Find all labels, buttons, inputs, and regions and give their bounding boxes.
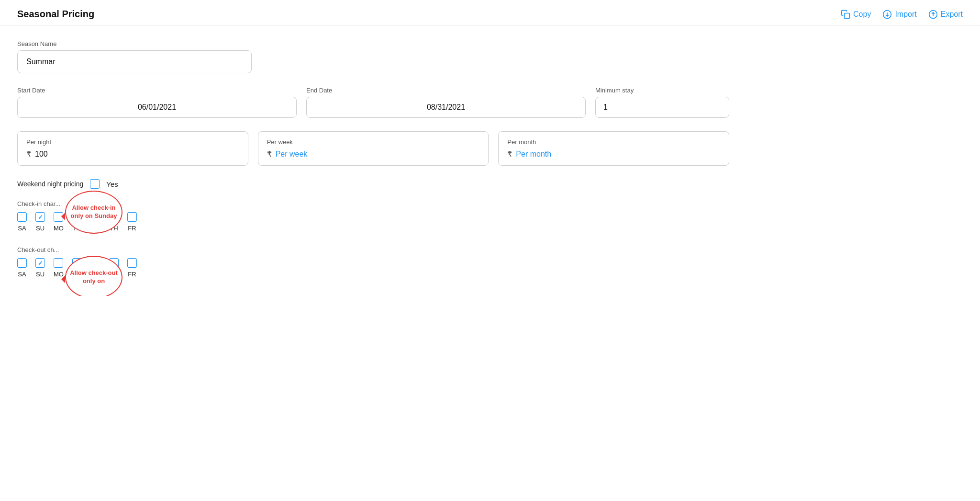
checkout-day-sa: SA [17,258,27,278]
import-button[interactable]: Import [882,10,916,19]
copy-icon [841,10,850,19]
checkout-section: Check-out ch... SA SU MO TU [17,246,729,278]
per-night-label: Per night [26,138,239,146]
checkin-day-su: SU [35,212,45,232]
checkin-label: Check-in char... [17,200,729,207]
checkin-mo-label: MO [54,225,64,232]
main-form: Season Name Start Date End Date Minimum … [0,26,746,296]
checkout-day-su: SU [35,258,45,278]
page-title: Seasonal Pricing [17,9,94,20]
checkin-day-we: WE [90,212,100,232]
checkin-sa-label: SA [18,225,26,232]
checkout-days-row: SA SU MO TU WE [17,258,729,278]
dates-row: Start Date End Date Minimum stay [17,87,729,118]
checkin-day-mo: MO [54,212,64,232]
checkin-su-checkbox[interactable] [35,212,45,222]
checkout-we-checkbox[interactable] [90,258,100,268]
checkout-day-mo: MO [54,258,64,278]
checkin-section: Check-in char... SA SU MO TU [17,200,729,232]
per-night-currency: ₹ [26,149,31,159]
start-date-field: Start Date [17,87,297,118]
copy-button[interactable]: Copy [841,10,871,19]
per-night-field: Per night ₹ [17,131,248,166]
checkin-fr-label: FR [128,225,136,232]
pricing-row: Per night ₹ Per week ₹ Per week Per mont… [17,131,729,166]
checkin-day-fr: FR [127,212,137,232]
export-icon [928,10,938,19]
export-label: Export [941,10,963,19]
weekend-label: Weekend night pricing [17,180,83,188]
checkout-th-checkbox[interactable] [109,258,119,268]
checkin-days-row: SA SU MO TU WE [17,212,729,232]
checkin-day-sa: SA [17,212,27,232]
per-month-input-row: ₹ Per month [507,149,720,159]
checkout-tu-checkbox[interactable] [72,258,82,268]
per-month-placeholder[interactable]: Per month [516,150,551,159]
per-week-label: Per week [267,138,480,146]
checkin-su-label: SU [36,225,45,232]
checkout-th-label: TH [110,271,118,278]
checkout-su-label: SU [36,271,45,278]
checkin-sa-checkbox[interactable] [17,212,27,222]
copy-label: Copy [853,10,871,19]
header-actions: Copy Import Export [841,10,963,19]
checkout-day-tu: TU [72,258,82,278]
checkin-fr-checkbox[interactable] [127,212,137,222]
end-date-input[interactable] [306,97,586,118]
import-label: Import [895,10,916,19]
export-button[interactable]: Export [928,10,963,19]
checkout-day-we: WE [90,258,100,278]
min-stay-label: Minimum stay [595,87,729,94]
start-date-input[interactable] [17,97,297,118]
checkout-mo-label: MO [54,271,64,278]
start-date-label: Start Date [17,87,297,94]
checkin-mo-checkbox[interactable] [54,212,63,222]
svg-rect-0 [845,13,850,18]
checkin-we-label: WE [90,225,100,232]
per-week-input-row: ₹ Per week [267,149,480,159]
end-date-label: End Date [306,87,586,94]
checkin-day-tu: TU [72,212,82,232]
checkout-fr-checkbox[interactable] [127,258,137,268]
season-name-label: Season Name [17,40,729,47]
header: Seasonal Pricing Copy Import Export [0,0,980,26]
checkout-su-checkbox[interactable] [35,258,45,268]
min-stay-input[interactable] [595,97,729,118]
checkout-sa-label: SA [18,271,26,278]
per-week-currency: ₹ [267,149,272,159]
checkin-th-checkbox[interactable] [109,212,119,222]
checkout-day-fr: FR [127,258,137,278]
checkout-mo-checkbox[interactable] [54,258,63,268]
per-month-label: Per month [507,138,720,146]
per-month-currency: ₹ [507,149,512,159]
checkout-tu-label: TU [73,271,81,278]
weekend-yes-label: Yes [106,180,118,188]
checkin-we-checkbox[interactable] [90,212,100,222]
per-month-field: Per month ₹ Per month [498,131,729,166]
season-name-section: Season Name [17,40,729,73]
checkout-fr-label: FR [128,271,136,278]
weekend-checkbox[interactable] [90,179,100,189]
season-name-input[interactable] [26,57,243,66]
import-icon [882,10,892,19]
checkout-label: Check-out ch... [17,246,729,253]
per-night-input[interactable] [35,150,239,159]
weekend-row: Weekend night pricing Yes [17,179,729,189]
per-week-field: Per week ₹ Per week [258,131,489,166]
per-night-input-row: ₹ [26,149,239,159]
checkout-day-th: TH [109,258,119,278]
checkin-tu-checkbox[interactable] [72,212,82,222]
checkin-tu-label: TU [73,225,81,232]
checkin-th-label: TH [110,225,118,232]
checkout-sa-checkbox[interactable] [17,258,27,268]
checkin-day-th: TH [109,212,119,232]
checkout-we-label: WE [90,271,100,278]
per-week-placeholder[interactable]: Per week [276,150,308,159]
end-date-field: End Date [306,87,586,118]
min-stay-field: Minimum stay [595,87,729,118]
